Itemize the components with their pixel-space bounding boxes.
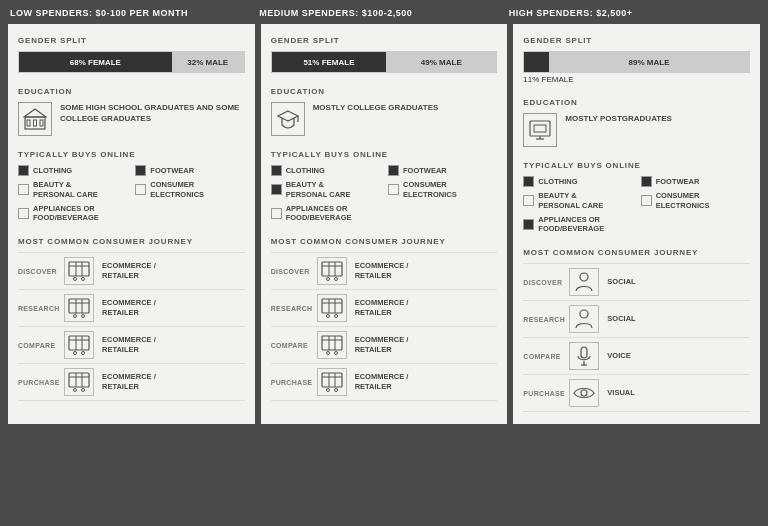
buys-item: FOOTWEAR bbox=[135, 165, 244, 176]
education-row: MOSTLY COLLEGE GRADUATES bbox=[271, 102, 498, 136]
buys-checkbox bbox=[523, 219, 534, 230]
svg-point-21 bbox=[74, 352, 77, 355]
journey-channel-label: ECOMMERCE / RETAILER bbox=[355, 261, 409, 282]
journey-stage-label: PURCHASE bbox=[523, 390, 561, 397]
gender-split-title: GENDER SPLIT bbox=[18, 36, 245, 45]
columns-wrapper: GENDER SPLIT68% FEMALE32% MALEEDUCATION … bbox=[0, 24, 768, 432]
svg-point-53 bbox=[326, 389, 329, 392]
buys-item: CONSUMER ELECTRONICS bbox=[135, 180, 244, 200]
gender-split-title: GENDER SPLIT bbox=[523, 36, 750, 45]
typically-buys-title: TYPICALLY BUYS ONLINE bbox=[18, 150, 245, 159]
buys-grid: CLOTHINGFOOTWEARBEAUTY & PERSONAL CARECO… bbox=[18, 165, 245, 223]
education-icon bbox=[271, 102, 305, 136]
journey-channel-label: SOCIAL bbox=[607, 314, 635, 325]
svg-point-10 bbox=[82, 278, 85, 281]
journey-icon bbox=[317, 368, 347, 396]
buys-item: APPLIANCES OR FOOD/BEVERAGE bbox=[271, 204, 380, 224]
column-header: LOW SPENDERS: $0-100 PER MONTH bbox=[10, 8, 259, 18]
svg-point-59 bbox=[580, 273, 588, 281]
svg-point-22 bbox=[82, 352, 85, 355]
buys-item: BEAUTY & PERSONAL CARE bbox=[18, 180, 127, 200]
svg-point-47 bbox=[326, 352, 329, 355]
buys-label: CLOTHING bbox=[33, 166, 72, 176]
journey-icon bbox=[317, 294, 347, 322]
buys-grid: CLOTHINGFOOTWEARBEAUTY & PERSONAL CARECO… bbox=[523, 176, 750, 234]
buys-checkbox bbox=[641, 176, 652, 187]
column-1: GENDER SPLIT51% FEMALE49% MALEEDUCATION … bbox=[261, 24, 508, 424]
column-header: MEDIUM SPENDERS: $100-2,500 bbox=[259, 8, 508, 18]
journey-icon bbox=[569, 305, 599, 333]
journey-channel-label: ECOMMERCE / RETAILER bbox=[355, 372, 409, 393]
buys-checkbox bbox=[388, 165, 399, 176]
buys-checkbox bbox=[388, 184, 399, 195]
gender-bar: 51% FEMALE49% MALE bbox=[271, 51, 498, 73]
buys-checkbox bbox=[271, 208, 282, 219]
page-header: LOW SPENDERS: $0-100 PER MONTHMEDIUM SPE… bbox=[0, 0, 768, 24]
journey-row: COMPARE VOICE bbox=[523, 337, 750, 374]
journey-row: DISCOVER SOCIAL bbox=[523, 263, 750, 300]
svg-point-15 bbox=[74, 315, 77, 318]
svg-marker-4 bbox=[24, 109, 46, 117]
buys-label: CLOTHING bbox=[538, 177, 577, 187]
svg-point-48 bbox=[334, 352, 337, 355]
journey-section: MOST COMMON CONSUMER JOURNEYDISCOVER ECO… bbox=[18, 237, 245, 401]
svg-point-16 bbox=[82, 315, 85, 318]
buys-label: CONSUMER ELECTRONICS bbox=[656, 191, 710, 211]
journey-stage-label: RESEARCH bbox=[18, 305, 56, 312]
svg-rect-43 bbox=[322, 336, 342, 350]
buys-item: APPLIANCES OR FOOD/BEVERAGE bbox=[18, 204, 127, 224]
buys-label: BEAUTY & PERSONAL CARE bbox=[286, 180, 351, 200]
journey-channel-label: VISUAL bbox=[607, 388, 635, 399]
gender-split-section: GENDER SPLIT51% FEMALE49% MALE bbox=[271, 36, 498, 73]
journey-channel-label: SOCIAL bbox=[607, 277, 635, 288]
gender-female-bar: 68% FEMALE bbox=[19, 52, 172, 72]
journey-title: MOST COMMON CONSUMER JOURNEY bbox=[523, 248, 750, 257]
education-title: EDUCATION bbox=[523, 98, 750, 107]
buys-checkbox bbox=[18, 165, 29, 176]
svg-rect-3 bbox=[40, 120, 43, 126]
buys-label: FOOTWEAR bbox=[150, 166, 194, 176]
journey-stage-label: COMPARE bbox=[271, 342, 309, 349]
buys-item: CLOTHING bbox=[271, 165, 380, 176]
typically-buys-section: TYPICALLY BUYS ONLINECLOTHINGFOOTWEARBEA… bbox=[18, 150, 245, 223]
journey-icon bbox=[569, 342, 599, 370]
journey-stage-label: DISCOVER bbox=[18, 268, 56, 275]
svg-point-35 bbox=[326, 278, 329, 281]
column-header: HIGH SPENDERS: $2,500+ bbox=[509, 8, 758, 18]
female-label: 11% FEMALE bbox=[523, 75, 573, 84]
buys-item: APPLIANCES OR FOOD/BEVERAGE bbox=[523, 215, 632, 235]
journey-title: MOST COMMON CONSUMER JOURNEY bbox=[18, 237, 245, 246]
buys-checkbox bbox=[271, 184, 282, 195]
education-text: SOME HIGH SCHOOL GRADUATES AND SOME COLL… bbox=[60, 102, 245, 124]
svg-rect-11 bbox=[69, 299, 89, 313]
buys-label: BEAUTY & PERSONAL CARE bbox=[33, 180, 98, 200]
buys-item: CLOTHING bbox=[18, 165, 127, 176]
journey-channel-label: ECOMMERCE / RETAILER bbox=[355, 298, 409, 319]
buys-checkbox bbox=[271, 165, 282, 176]
journey-icon bbox=[64, 257, 94, 285]
education-text: MOSTLY COLLEGE GRADUATES bbox=[313, 102, 439, 113]
buys-checkbox bbox=[523, 195, 534, 206]
typically-buys-section: TYPICALLY BUYS ONLINECLOTHINGFOOTWEARBEA… bbox=[523, 161, 750, 234]
education-title: EDUCATION bbox=[271, 87, 498, 96]
svg-point-64 bbox=[581, 390, 587, 396]
svg-rect-49 bbox=[322, 373, 342, 387]
journey-row: PURCHASE ECOMMERCE / RETAILER bbox=[18, 363, 245, 401]
journey-stage-label: COMPARE bbox=[523, 353, 561, 360]
gender-male-bar: 89% MALE bbox=[549, 52, 749, 72]
gender-female-bar: 51% FEMALE bbox=[272, 52, 387, 72]
journey-stage-label: PURCHASE bbox=[18, 379, 56, 386]
svg-point-60 bbox=[580, 310, 588, 318]
buys-checkbox bbox=[135, 165, 146, 176]
journey-row: COMPARE ECOMMERCE / RETAILER bbox=[271, 326, 498, 363]
gender-bar: 68% FEMALE32% MALE bbox=[18, 51, 245, 73]
gender-split-section: GENDER SPLIT89% MALE11% FEMALE bbox=[523, 36, 750, 84]
svg-point-27 bbox=[74, 389, 77, 392]
journey-stage-label: COMPARE bbox=[18, 342, 56, 349]
journey-channel-label: ECOMMERCE / RETAILER bbox=[355, 335, 409, 356]
buys-label: FOOTWEAR bbox=[656, 177, 700, 187]
column-2: GENDER SPLIT89% MALE11% FEMALEEDUCATION … bbox=[513, 24, 760, 424]
education-text: MOSTLY POSTGRADUATES bbox=[565, 113, 672, 124]
journey-title: MOST COMMON CONSUMER JOURNEY bbox=[271, 237, 498, 246]
journey-row: RESEARCH ECOMMERCE / RETAILER bbox=[271, 289, 498, 326]
